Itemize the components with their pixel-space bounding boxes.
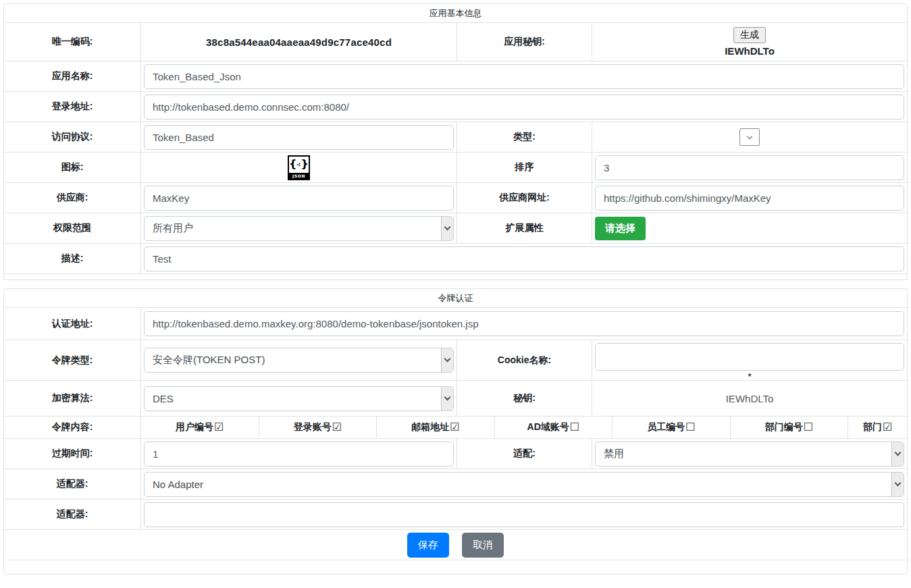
protocol-cell — [140, 122, 457, 152]
row-expires-adapt: 过期时间: 适配: 禁用 — [4, 439, 907, 469]
expires-cell — [140, 439, 457, 469]
adapt-cell: 禁用 — [592, 439, 907, 469]
auth-url-input[interactable] — [144, 311, 904, 336]
adapt-select[interactable]: 禁用 — [595, 442, 904, 466]
row-scope-ext: 权限范围 所有用户 扩展属性 请选择 — [4, 213, 907, 244]
checkbox-label: 邮箱地址 — [411, 421, 449, 433]
expires-label: 过期时间: — [4, 439, 140, 469]
protocol-input[interactable] — [144, 125, 454, 150]
adapter-select[interactable]: No Adapter — [144, 472, 904, 497]
app-name-cell — [140, 61, 907, 91]
adapter-input-label: 适配器: — [4, 500, 140, 529]
chevron-down-icon — [444, 356, 451, 363]
row-actions: 保存 取消 — [4, 530, 907, 560]
secret-label: 秘钥: — [457, 381, 592, 416]
vendor-url-cell — [592, 183, 907, 213]
sort-input[interactable] — [595, 155, 904, 180]
description-input[interactable] — [144, 246, 904, 271]
generate-secret-button[interactable]: 生成 — [733, 27, 766, 43]
row-token-type-cookie: 令牌类型: 安全令牌(TOKEN POST) Cookie名称: * — [4, 340, 907, 381]
login-url-label: 登录地址: — [4, 92, 140, 122]
checkbox[interactable]: ☑ — [883, 422, 892, 433]
icon-cell: { } JSON — [140, 153, 457, 182]
panel-basic-title: 应用基本信息 — [4, 4, 907, 23]
checkbox[interactable]: ☐ — [804, 422, 813, 433]
scope-select-value: 所有用户 — [145, 217, 441, 240]
checkbox[interactable]: ☑ — [214, 422, 224, 433]
sort-cell — [592, 153, 907, 182]
panel-token-title: 令牌认证 — [4, 289, 907, 308]
row-description: 描述: — [4, 244, 907, 274]
row-adapter-select: 适配器: No Adapter — [4, 469, 907, 500]
description-label: 描述: — [4, 244, 140, 273]
token-type-select-value: 安全令牌(TOKEN POST) — [145, 348, 441, 372]
checkbox[interactable]: ☑ — [332, 422, 342, 433]
token-type-label: 令牌类型: — [4, 340, 140, 380]
token-type-cell: 安全令牌(TOKEN POST) — [140, 340, 457, 380]
checkbox-label: AD域账号 — [527, 421, 569, 433]
ext-attr-cell: 请选择 — [592, 213, 907, 243]
unique-code-label: 唯一编码: — [4, 23, 140, 61]
save-button[interactable]: 保存 — [407, 533, 449, 558]
algorithm-label: 加密算法: — [4, 381, 140, 416]
row-icon-sort: 图标: { } JSON 排序 — [4, 153, 907, 183]
app-name-label: 应用名称: — [4, 61, 140, 91]
icon-label: 图标: — [4, 153, 140, 182]
vendor-cell — [140, 183, 457, 213]
row-protocol-type: 访问协议: 类型: — [4, 122, 907, 153]
app-config-page: 应用基本信息 唯一编码: 38c8a544eaa04aaeaa49d9c77ac… — [0, 0, 911, 578]
checkbox[interactable]: ☐ — [570, 422, 579, 433]
checkbox[interactable]: ☑ — [450, 422, 459, 433]
login-url-input[interactable] — [144, 95, 904, 119]
auth-url-label: 认证地址: — [4, 308, 140, 340]
protocol-label: 访问协议: — [4, 122, 140, 152]
adapt-select-value: 禁用 — [596, 442, 891, 466]
scope-select[interactable]: 所有用户 — [144, 216, 454, 241]
adapter-select-cell: No Adapter — [140, 469, 907, 499]
scope-cell: 所有用户 — [140, 213, 457, 243]
row-token-content: 令牌内容: 用户编号☑ 登录账号☑ 邮箱地址☑ AD域账号☐ 员工编号☐ 部门编… — [4, 417, 907, 439]
adapter-input[interactable] — [144, 502, 904, 527]
chevron-down-icon — [895, 479, 902, 486]
login-url-cell — [140, 92, 907, 122]
required-asterisk: * — [748, 373, 752, 380]
app-name-input[interactable] — [144, 64, 904, 89]
checkbox-label: 部门编号 — [765, 421, 803, 433]
token-content-option: AD域账号☐ — [494, 417, 613, 438]
row-unique-code: 唯一编码: 38c8a544eaa04aaeaa49d9c77ace40cd 应… — [4, 23, 907, 61]
algorithm-select[interactable]: DES — [144, 386, 454, 411]
vendor-url-input[interactable] — [595, 186, 904, 211]
vendor-input[interactable] — [144, 186, 454, 211]
secret-value: IEWhDLTo — [592, 381, 907, 416]
app-type-label: 类型: — [457, 122, 592, 152]
cookie-name-input[interactable] — [595, 343, 904, 371]
token-content-option: 登录账号☑ — [259, 417, 377, 438]
row-login-url: 登录地址: — [4, 92, 907, 122]
vendor-label: 供应商: — [4, 183, 140, 213]
cancel-button[interactable]: 取消 — [462, 533, 504, 558]
select-arrow-button — [891, 473, 904, 496]
chevron-down-icon — [444, 223, 451, 230]
app-type-cell — [592, 122, 907, 152]
algorithm-select-value: DES — [145, 387, 441, 410]
brace-right: } — [301, 157, 309, 171]
checkbox[interactable]: ☐ — [685, 422, 695, 433]
select-arrow-button — [441, 387, 453, 410]
choose-ext-attr-button[interactable]: 请选择 — [595, 217, 646, 240]
row-vendor: 供应商: 供应商网址: — [4, 183, 907, 213]
app-secret-value: IEWhDLTo — [725, 45, 775, 57]
scope-label: 权限范围 — [4, 213, 140, 243]
select-arrow-button — [441, 217, 453, 240]
token-content-label: 令牌内容: — [4, 417, 140, 438]
token-content-option: 用户编号☑ — [140, 417, 259, 438]
token-content-option: 部门☑ — [848, 417, 907, 438]
select-arrow-button — [441, 348, 453, 372]
row-app-name: 应用名称: — [4, 61, 907, 92]
adapter-select-label: 适配器: — [4, 469, 140, 499]
expires-input[interactable] — [144, 442, 454, 466]
row-algorithm-secret: 加密算法: DES 秘钥: IEWhDLTo — [4, 381, 907, 417]
app-type-select[interactable] — [739, 128, 760, 146]
adapt-label: 适配: — [457, 439, 592, 469]
token-type-select[interactable]: 安全令牌(TOKEN POST) — [144, 348, 454, 373]
vendor-url-label: 供应商网址: — [457, 183, 592, 213]
